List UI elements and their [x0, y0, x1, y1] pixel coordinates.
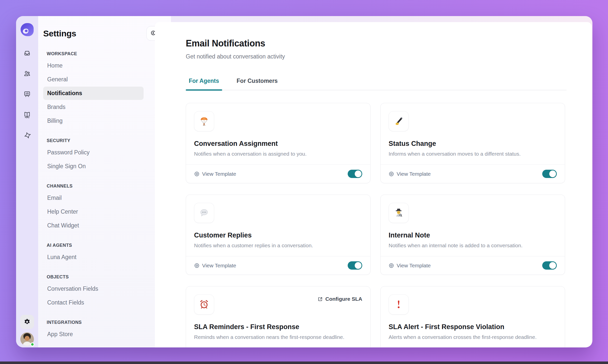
- app-logo: [20, 23, 34, 37]
- sidebar-item-email[interactable]: Email: [43, 191, 144, 205]
- knowledge-base-icon[interactable]: [23, 110, 31, 119]
- speech-balloon-emoji: [194, 203, 214, 223]
- sidebar-item-brands[interactable]: Brands: [43, 100, 144, 114]
- sidebar-item-billing[interactable]: Billing: [43, 114, 144, 128]
- configure-sla-link[interactable]: Configure SLA: [318, 296, 362, 302]
- desktop-bottom-strip: [0, 361, 608, 364]
- inbox-icon[interactable]: [23, 49, 31, 57]
- settings-sidebar: Settings WORKSPACE Home General Notifica…: [38, 16, 171, 347]
- card-description: Reminds when a conversation nears the fi…: [194, 334, 362, 340]
- writing-hand-emoji: [389, 111, 409, 131]
- red-exclamation-emoji: [389, 294, 409, 315]
- sidebar-title: Settings: [43, 29, 76, 38]
- detective-emoji: [389, 203, 409, 223]
- eye-icon: [194, 171, 200, 177]
- online-status-dot: [30, 342, 34, 346]
- nav-section-label: CHANNELS: [43, 184, 144, 189]
- notification-tabs: For Agents For Customers: [186, 78, 567, 90]
- view-template-link[interactable]: View Template: [194, 171, 236, 177]
- card-title: Status Change: [389, 140, 557, 148]
- page-subtitle: Get notified about conversation activity: [186, 53, 567, 60]
- nav-section-label: WORKSPACE: [43, 51, 144, 56]
- eye-icon: [389, 171, 394, 177]
- sidebar-item-general[interactable]: General: [43, 73, 144, 86]
- external-link-icon: [318, 296, 323, 302]
- spark-icon[interactable]: [23, 131, 31, 140]
- card-internal-note: Internal Note Notifies when an internal …: [380, 195, 565, 275]
- page-title: Email Notifications: [186, 38, 567, 49]
- email-notifications-panel: Email Notifications Get notified about c…: [155, 22, 592, 347]
- settings-nav: WORKSPACE Home General Notifications Bra…: [43, 51, 144, 341]
- card-title: Conversation Assignment: [194, 140, 362, 148]
- sidebar-item-home[interactable]: Home: [43, 59, 144, 72]
- sidebar-item-single-sign-on[interactable]: Single Sign On: [43, 160, 144, 173]
- card-title: Internal Note: [389, 231, 557, 239]
- settings-gear-icon[interactable]: [20, 315, 34, 329]
- card-title: SLA Reminders - First Response: [194, 323, 362, 331]
- reports-icon[interactable]: [23, 90, 31, 98]
- sidebar-item-contact-fields[interactable]: Contact Fields: [43, 296, 144, 309]
- icon-rail: [16, 16, 38, 347]
- parachute-emoji: [194, 111, 214, 131]
- app-window: Settings WORKSPACE Home General Notifica…: [16, 16, 592, 347]
- notification-cards-grid: Conversation Assignment Notifies when a …: [186, 103, 567, 347]
- notification-toggle[interactable]: [542, 170, 557, 178]
- sidebar-item-chat-widget[interactable]: Chat Widget: [43, 219, 144, 232]
- sidebar-item-password-policy[interactable]: Password Policy: [43, 146, 144, 159]
- nav-section-label: AI AGENTS: [43, 243, 144, 248]
- nav-section-label: INTEGRATIONS: [43, 320, 144, 325]
- card-customer-replies: Customer Replies Notifies when a custome…: [186, 195, 371, 275]
- alarm-clock-emoji: [194, 294, 214, 315]
- view-template-link[interactable]: View Template: [389, 263, 431, 269]
- notification-toggle[interactable]: [348, 261, 362, 270]
- card-description: Notifies when an internal note is added …: [389, 242, 557, 249]
- sidebar-item-luna-agent[interactable]: Luna Agent: [43, 251, 144, 264]
- card-status-change: Status Change Informs when a conversatio…: [380, 103, 565, 183]
- card-sla-alert-first-response-violation: SLA Alert - First Response Violation Ale…: [380, 286, 565, 347]
- sidebar-item-notifications[interactable]: Notifications: [43, 87, 144, 100]
- card-title: SLA Alert - First Response Violation: [389, 323, 557, 331]
- card-description: Alerts when a conversation crosses the f…: [389, 334, 557, 340]
- tab-for-agents[interactable]: For Agents: [186, 78, 222, 90]
- nav-section-label: SECURITY: [43, 138, 144, 143]
- card-description: Notifies when a customer replies in a co…: [194, 242, 362, 249]
- card-description: Notifies when a conversation is assigned…: [194, 151, 362, 157]
- card-conversation-assignment: Conversation Assignment Notifies when a …: [186, 103, 371, 183]
- notification-toggle[interactable]: [542, 261, 557, 270]
- view-template-link[interactable]: View Template: [194, 263, 236, 269]
- eye-icon: [194, 263, 200, 268]
- contacts-icon[interactable]: [23, 69, 31, 78]
- card-description: Informs when a conversation moves to a d…: [389, 151, 557, 157]
- tab-for-customers[interactable]: For Customers: [234, 78, 281, 90]
- notification-toggle[interactable]: [348, 170, 362, 178]
- card-sla-reminders-first-response: Configure SLA SLA Reminders - First Resp…: [186, 286, 371, 347]
- eye-icon: [389, 263, 394, 268]
- view-template-link[interactable]: View Template: [389, 171, 431, 177]
- user-avatar[interactable]: [20, 332, 34, 346]
- card-title: Customer Replies: [194, 231, 362, 239]
- sidebar-item-conversation-fields[interactable]: Conversation Fields: [43, 282, 144, 295]
- nav-section-label: OBJECTS: [43, 274, 144, 280]
- sidebar-item-help-center[interactable]: Help Center: [43, 205, 144, 218]
- sidebar-item-app-store[interactable]: App Store: [43, 328, 144, 341]
